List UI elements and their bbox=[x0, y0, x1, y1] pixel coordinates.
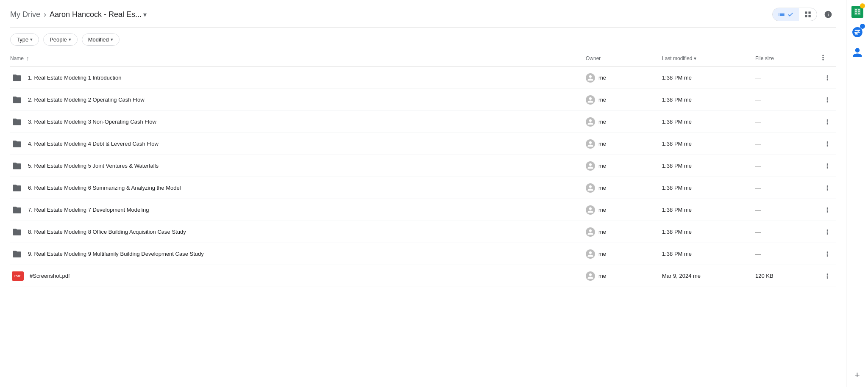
avatar bbox=[586, 95, 595, 105]
breadcrumb-mydrive[interactable]: My Drive bbox=[10, 10, 40, 19]
person-icon bbox=[587, 119, 594, 125]
file-more-col bbox=[819, 247, 836, 261]
file-modified: Mar 9, 2024 me bbox=[662, 273, 755, 279]
owner-name: me bbox=[598, 251, 606, 257]
avatar bbox=[586, 139, 595, 149]
folder-icon bbox=[12, 95, 22, 105]
grid-view-button[interactable] bbox=[799, 8, 817, 21]
more-vert-icon bbox=[823, 250, 831, 258]
file-size: — bbox=[755, 119, 819, 125]
file-more-col bbox=[819, 115, 836, 129]
list-view-icon bbox=[778, 11, 785, 18]
last-modified-sort-icon: ▾ bbox=[694, 55, 696, 61]
more-options-button[interactable] bbox=[821, 247, 834, 261]
more-options-button[interactable] bbox=[821, 269, 834, 283]
table-row[interactable]: PDF #Screenshot.pdf me Mar 9, 2024 me 12… bbox=[10, 265, 836, 287]
pdf-icon: PDF bbox=[12, 271, 24, 281]
avatar bbox=[586, 205, 595, 215]
table-row[interactable]: 6. Real Estate Modeling 6 Summarizing & … bbox=[10, 177, 836, 199]
google-sheets-sidebar-button[interactable] bbox=[849, 3, 866, 20]
breadcrumb-current[interactable]: Aaron Hancock - Real Es... ▾ bbox=[50, 10, 147, 19]
type-dropdown-arrow: ▾ bbox=[30, 37, 33, 42]
profile-sidebar-button[interactable] bbox=[849, 44, 866, 61]
info-button[interactable] bbox=[821, 7, 836, 22]
file-name-cell: 4. Real Estate Modeling 4 Debt & Levered… bbox=[10, 139, 586, 149]
file-more-col bbox=[819, 203, 836, 217]
more-options-button[interactable] bbox=[821, 225, 834, 239]
table-header: Name ↑ Owner Last modified ▾ File size bbox=[10, 50, 836, 67]
folder-icon bbox=[12, 139, 22, 149]
notification-dot-yellow bbox=[860, 3, 865, 8]
more-options-button[interactable] bbox=[821, 93, 834, 107]
more-vert-icon bbox=[823, 118, 831, 126]
more-options-button[interactable] bbox=[821, 71, 834, 85]
file-more-col bbox=[819, 159, 836, 173]
file-size: — bbox=[755, 185, 819, 191]
table-row[interactable]: 2. Real Estate Modeling 2 Operating Cash… bbox=[10, 89, 836, 111]
file-more-col bbox=[819, 93, 836, 107]
folder-icon bbox=[12, 227, 22, 237]
file-name-cell: PDF #Screenshot.pdf bbox=[10, 271, 586, 281]
folder-icon bbox=[12, 205, 22, 215]
file-owner: me bbox=[586, 117, 662, 127]
svg-rect-8 bbox=[858, 14, 860, 14]
more-vert-icon bbox=[823, 206, 831, 214]
table-row[interactable]: 7. Real Estate Modeling 7 Development Mo… bbox=[10, 199, 836, 221]
file-modified: 1:38 PM me bbox=[662, 251, 755, 257]
more-vert-icon bbox=[823, 140, 831, 148]
person-icon bbox=[587, 141, 594, 147]
file-size: — bbox=[755, 75, 819, 81]
table-row[interactable]: 8. Real Estate Modeling 8 Office Buildin… bbox=[10, 221, 836, 243]
file-modified: 1:38 PM me bbox=[662, 207, 755, 213]
person-icon bbox=[587, 229, 594, 235]
file-name-cell: 3. Real Estate Modeling 3 Non-Operating … bbox=[10, 117, 586, 127]
col-header-last-modified[interactable]: Last modified ▾ bbox=[662, 55, 755, 61]
info-icon bbox=[824, 10, 832, 19]
avatar bbox=[586, 117, 595, 127]
more-options-button[interactable] bbox=[821, 115, 834, 129]
file-owner: me bbox=[586, 249, 662, 259]
file-table: Name ↑ Owner Last modified ▾ File size 1… bbox=[10, 50, 836, 387]
file-name-cell: 2. Real Estate Modeling 2 Operating Cash… bbox=[10, 95, 586, 105]
table-row[interactable]: 9. Real Estate Modeling 9 Multifamily Bu… bbox=[10, 243, 836, 265]
file-modified: 1:38 PM me bbox=[662, 75, 755, 81]
person-icon bbox=[587, 207, 594, 213]
file-owner: me bbox=[586, 73, 662, 83]
tasks-sidebar-button[interactable] bbox=[849, 24, 866, 41]
file-more-col bbox=[819, 269, 836, 283]
modified-dropdown-arrow: ▾ bbox=[111, 37, 113, 42]
breadcrumb-dropdown-icon: ▾ bbox=[143, 11, 147, 19]
owner-name: me bbox=[598, 75, 606, 81]
owner-name: me bbox=[598, 273, 606, 279]
people-filter-button[interactable]: People ▾ bbox=[43, 33, 77, 46]
profile-icon bbox=[852, 47, 863, 58]
more-options-button[interactable] bbox=[821, 203, 834, 217]
owner-name: me bbox=[598, 141, 606, 147]
table-row[interactable]: 3. Real Estate Modeling 3 Non-Operating … bbox=[10, 111, 836, 133]
file-modified: 1:38 PM me bbox=[662, 229, 755, 235]
file-modified: 1:38 PM me bbox=[662, 141, 755, 147]
breadcrumb-separator: › bbox=[44, 10, 46, 19]
folder-icon bbox=[12, 161, 22, 171]
owner-name: me bbox=[598, 163, 606, 169]
file-size: — bbox=[755, 229, 819, 235]
avatar bbox=[586, 183, 595, 193]
add-sidebar-button[interactable]: + bbox=[849, 367, 866, 384]
table-row[interactable]: 1. Real Estate Modeling 1 Introduction m… bbox=[10, 67, 836, 89]
more-vert-icon bbox=[823, 228, 831, 236]
col-header-owner: Owner bbox=[586, 55, 662, 61]
more-options-button[interactable] bbox=[821, 159, 834, 173]
table-row[interactable]: 5. Real Estate Modeling 5 Joint Ventures… bbox=[10, 155, 836, 177]
file-owner: me bbox=[586, 271, 662, 281]
file-owner: me bbox=[586, 183, 662, 193]
svg-rect-7 bbox=[855, 14, 857, 14]
col-header-name[interactable]: Name ↑ bbox=[10, 55, 586, 62]
list-view-button[interactable] bbox=[773, 8, 799, 21]
modified-filter-button[interactable]: Modified ▾ bbox=[82, 33, 120, 46]
type-filter-button[interactable]: Type ▾ bbox=[10, 33, 39, 46]
more-options-button[interactable] bbox=[821, 181, 834, 195]
file-owner: me bbox=[586, 161, 662, 171]
folder-icon bbox=[12, 73, 22, 83]
table-row[interactable]: 4. Real Estate Modeling 4 Debt & Levered… bbox=[10, 133, 836, 155]
more-options-button[interactable] bbox=[821, 137, 834, 151]
